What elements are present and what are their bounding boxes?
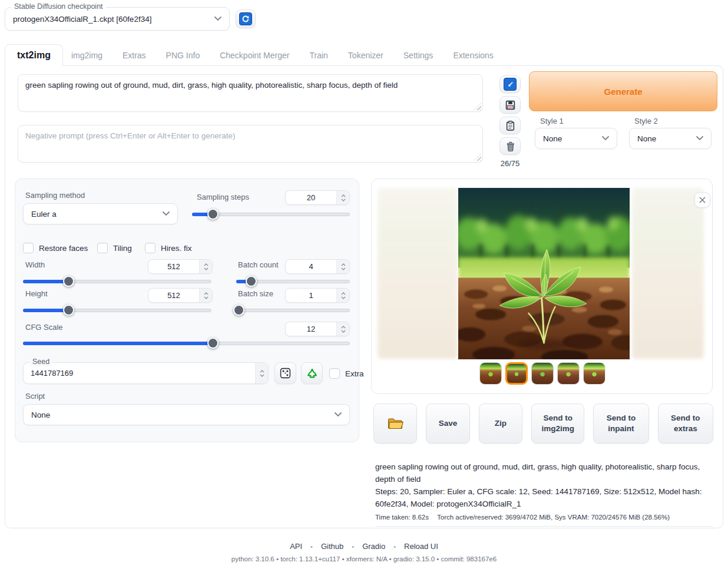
thumbnail-strip [372,362,713,385]
negative-prompt-input[interactable] [18,125,483,163]
chevron-down-icon [696,136,703,141]
stepper-arrows-icon[interactable] [336,191,349,204]
footer-link-reload-ui[interactable]: Reload UI [404,542,438,551]
gallery-thumbnail-3[interactable] [531,362,554,385]
save-style-button[interactable] [499,96,521,114]
height-slider[interactable] [23,305,211,316]
output-perf-row: Time taken: 8.62s Torch active/reserved:… [375,514,713,527]
apply-style-button[interactable] [499,117,521,134]
width-input[interactable] [148,259,213,274]
send-to-extras-button[interactable]: Send to extras [658,403,713,444]
tab-checkpoint-merger[interactable]: Checkpoint Merger [210,45,299,65]
gallery-thumbnail-5[interactable] [583,362,605,385]
clipboard-icon [505,120,516,131]
generated-image[interactable] [458,188,630,359]
tab-extensions[interactable]: Extensions [443,45,503,65]
separator-dot: • [310,543,313,550]
token-counter: 26/75 [498,159,522,168]
script-label: Script [25,392,45,401]
hires-fix-checkbox[interactable]: Hires. fix [145,243,192,253]
paste-params-button[interactable] [499,75,521,93]
sampling-steps-value[interactable] [286,191,336,204]
width-slider[interactable] [23,276,211,287]
send-to-inpaint-button[interactable]: Send to inpaint [593,403,648,444]
seed-input[interactable] [23,362,269,384]
checkbox-icon[interactable] [329,368,340,379]
sampling-method-select[interactable]: Euler a [23,203,178,224]
sampling-steps-input[interactable] [285,190,350,205]
generate-button[interactable]: Generate [529,71,717,111]
batch-size-slider[interactable] [236,305,350,316]
hires-fix-label: Hires. fix [161,244,192,253]
cfg-scale-slider[interactable] [23,338,350,349]
batch-size-value[interactable] [286,289,336,302]
extra-seed-checkbox[interactable]: Extra [329,368,364,379]
recycle-icon [306,368,318,379]
gallery-thumbnail-1[interactable] [479,362,502,385]
script-select[interactable]: None [23,404,350,425]
separator-dot: • [352,543,354,550]
stepper-arrows-icon[interactable] [336,322,349,336]
seed-value[interactable] [24,363,255,383]
tiling-label: Tiling [113,244,132,253]
style2-select[interactable]: None [629,128,712,149]
stepper-arrows-icon[interactable] [255,363,268,383]
tiling-checkbox[interactable]: Tiling [97,243,132,253]
stepper-arrows-icon[interactable] [199,260,212,273]
batch-count-input[interactable] [285,259,350,274]
sampling-steps-slider[interactable] [192,209,350,220]
checkbox-icon[interactable] [145,243,155,253]
tab-txt2img-active[interactable]: txt2img [5,44,63,66]
prompt-input[interactable]: green sapling rowing out of ground, mud,… [18,74,483,112]
tab-tokenizer[interactable]: Tokenizer [338,45,393,65]
seed-group: Seed [23,362,269,384]
tab-train[interactable]: Train [299,45,337,65]
clear-prompt-button[interactable] [499,137,521,155]
send-to-img2img-button[interactable]: Send to img2img [531,403,584,444]
reuse-seed-button[interactable] [301,362,323,384]
sd-webui-page: protogenX34OfficialR_1.ckpt [60fe2f34] S… [0,0,728,569]
zip-button[interactable]: Zip [479,403,522,444]
batch-size-input[interactable] [285,288,350,303]
stepper-arrows-icon[interactable] [199,289,212,302]
tab-settings[interactable]: Settings [393,45,444,65]
restore-faces-checkbox[interactable]: Restore faces [23,243,88,253]
tab-extras[interactable]: Extras [112,45,156,65]
send-to-inpaint-label: Send to inpaint [600,413,642,434]
checkbox-icon[interactable] [23,243,34,253]
tab-img2img[interactable]: img2img [61,45,112,65]
width-label: Width [25,260,45,269]
save-button[interactable]: Save [426,403,469,444]
open-folder-button[interactable] [373,403,417,444]
sampling-method-label: Sampling method [25,191,85,200]
tab-png-info[interactable]: PNG Info [156,45,210,65]
refresh-checkpoint-button[interactable] [236,9,256,28]
dice-icon [279,367,292,379]
height-value[interactable] [148,289,199,302]
cfg-scale-value[interactable] [286,322,336,336]
height-input[interactable] [148,288,213,303]
footer-link-gradio[interactable]: Gradio [362,542,385,551]
folder-icon [387,416,403,431]
width-value[interactable] [148,260,199,273]
stepper-arrows-icon[interactable] [336,260,349,273]
gallery-faded-image-left [378,188,458,359]
batch-count-value[interactable] [286,260,336,273]
batch-size-label: Batch size [238,289,273,298]
tab-txt2img-label: txt2img [17,50,51,61]
footer-link-api[interactable]: API [290,542,302,551]
checkbox-icon[interactable] [97,243,108,253]
output-prompt-text: green sapling rowing out of ground, mud,… [375,461,713,486]
stepper-arrows-icon[interactable] [336,289,349,302]
batch-count-slider[interactable] [236,276,350,287]
footer-link-github[interactable]: Github [321,542,343,551]
gallery-thumbnail-4[interactable] [557,362,580,385]
style1-select[interactable]: None [535,128,617,149]
random-seed-button[interactable] [274,362,296,384]
gallery-actions: Save Zip Send to img2img Send to inpaint… [373,403,713,444]
close-gallery-button[interactable] [694,192,710,208]
chevron-down-icon [214,16,221,21]
gallery-thumbnail-2-selected[interactable] [505,362,528,385]
style2-label: Style 2 [634,117,658,125]
cfg-scale-input[interactable] [285,322,350,336]
